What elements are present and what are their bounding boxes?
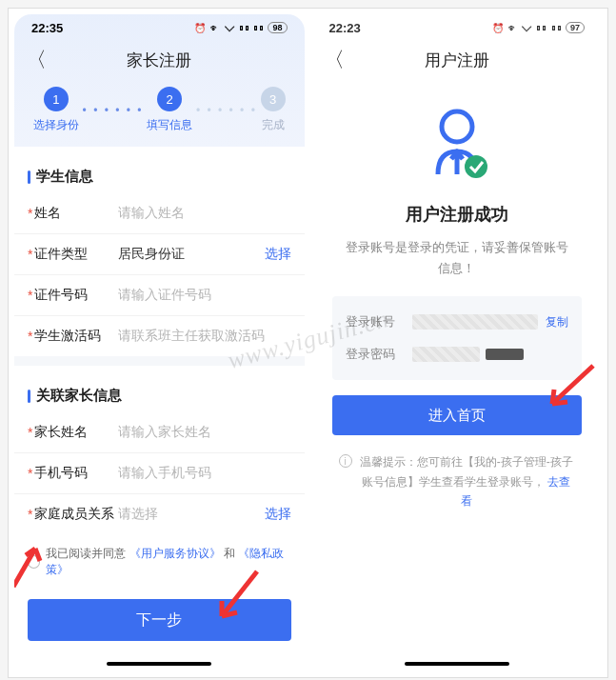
success-title: 用户注册成功: [406, 203, 508, 226]
next-button[interactable]: 下一步: [28, 599, 291, 641]
step-circle: 2: [157, 87, 182, 111]
parent-section: 关联家长信息 * 家长姓名 请输入家长姓名 * 手机号码 请输入手机号码 * 家…: [14, 373, 305, 534]
tip-row: i 温馨提示：您可前往【我的-孩子管理-孩子账号信息】学生查看学生登录账号， 去…: [312, 452, 603, 510]
status-time: 22:35: [31, 21, 63, 35]
agree-mid: 和: [224, 547, 235, 560]
step-label: 完成: [262, 117, 285, 133]
svg-point-0: [442, 111, 472, 142]
step-label: 填写信息: [147, 117, 192, 133]
select-link[interactable]: 选择: [265, 246, 291, 263]
header-area: 22:35 ⏰ ᯤ ⌵ ▯▯ ▯▯ 98 〈 家长注册 1 选择身份 • • •…: [14, 14, 305, 147]
cred-password-value: [412, 347, 480, 362]
screenshots-wrapper: 22:35 ⏰ ᯤ ⌵ ▯▯ ▯▯ 98 〈 家长注册 1 选择身份 • • •…: [8, 8, 608, 678]
field-value: 居民身份证: [118, 246, 264, 263]
copy-button[interactable]: 复制: [546, 314, 568, 330]
section-title: 学生信息: [14, 154, 305, 193]
page-title: 家长注册: [14, 50, 305, 71]
step-2: 2 填写信息: [147, 87, 192, 133]
select-link[interactable]: 选择: [265, 506, 291, 523]
field-idno[interactable]: * 证件号码 请输入证件号码: [14, 275, 305, 316]
nav-bar: 〈 家长注册: [14, 41, 305, 79]
status-bar: 22:23 ⏰ ᯤ ⌵ ▯▯ ▯▯ 97: [312, 14, 603, 41]
tip-text: 温馨提示：您可前往【我的-孩子管理-孩子账号信息】学生查看学生登录账号，: [360, 455, 573, 488]
step-connector: • • • • • •: [196, 104, 257, 117]
step-3: 3 完成: [261, 87, 286, 133]
required-mark: *: [28, 206, 32, 221]
field-phone[interactable]: * 手机号码 请输入手机号码: [14, 453, 305, 494]
home-indicator: [405, 662, 509, 666]
step-circle: 3: [261, 87, 286, 111]
info-icon: i: [339, 454, 352, 468]
cred-password-row: 登录密码: [332, 338, 582, 370]
required-mark: *: [28, 288, 32, 303]
field-idtype[interactable]: * 证件类型 居民身份证 选择: [14, 234, 305, 275]
step-circle: 1: [44, 87, 69, 111]
field-placeholder: 请输入家长姓名: [118, 424, 290, 441]
success-avatar-icon: [423, 106, 491, 186]
agreement-row[interactable]: 我已阅读并同意 《用户服务协议》 和 《隐私政策》: [14, 534, 305, 590]
field-placeholder: 请输入证件号码: [118, 287, 290, 304]
field-placeholder: 请选择: [118, 506, 264, 523]
field-name[interactable]: * 姓名 请输入姓名: [14, 193, 305, 234]
field-parent-name[interactable]: * 家长姓名 请输入家长姓名: [14, 412, 305, 453]
field-placeholder: 请输入手机号码: [118, 465, 290, 482]
status-right: ⏰ ᯤ ⌵ ▯▯ ▯▯ 98: [194, 22, 287, 33]
required-mark: *: [28, 247, 32, 262]
success-body: 用户注册成功 登录账号是登录的凭证，请妥善保管账号信息！ 登录账号 复制 登录密…: [312, 79, 603, 671]
status-icons: ⏰ ᯤ ⌵ ▯▯ ▯▯: [492, 23, 563, 33]
field-label: 证件号码: [34, 287, 118, 304]
status-right: ⏰ ᯤ ⌵ ▯▯ ▯▯ 97: [492, 22, 585, 33]
field-label: 家庭成员关系: [34, 506, 118, 523]
field-relation[interactable]: * 家庭成员关系 请选择 选择: [14, 494, 305, 534]
cred-account-value: [412, 314, 538, 330]
field-placeholder: 请输入姓名: [118, 205, 290, 222]
field-label: 姓名: [34, 205, 118, 222]
required-mark: *: [28, 466, 32, 481]
home-indicator: [107, 662, 211, 666]
field-label: 手机号码: [34, 465, 118, 482]
success-subtitle: 登录账号是登录的凭证，请妥善保管账号信息！: [312, 237, 603, 279]
cred-password-mask: [486, 349, 524, 360]
tos-link[interactable]: 《用户服务协议》: [129, 547, 221, 560]
required-mark: *: [28, 425, 32, 440]
field-label: 家长姓名: [34, 424, 118, 441]
enter-home-button[interactable]: 进入首页: [332, 395, 582, 435]
agree-prefix: 我已阅读并同意: [46, 547, 126, 560]
status-bar: 22:35 ⏰ ᯤ ⌵ ▯▯ ▯▯ 98: [14, 14, 305, 41]
nav-bar: 〈 用户注册: [312, 41, 603, 79]
cred-label: 登录密码: [346, 346, 412, 363]
agree-checkbox[interactable]: [28, 555, 40, 569]
field-label: 学生激活码: [34, 328, 118, 345]
student-section: 学生信息 * 姓名 请输入姓名 * 证件类型 居民身份证 选择 * 证件号码 请…: [14, 154, 305, 356]
status-time: 22:23: [329, 21, 361, 35]
svg-point-1: [465, 155, 487, 178]
status-icons: ⏰ ᯤ ⌵ ▯▯ ▯▯: [194, 23, 265, 33]
step-1: 1 选择身份: [33, 87, 79, 133]
field-label: 证件类型: [34, 246, 118, 263]
page-title: 用户注册: [312, 50, 603, 71]
required-mark: *: [28, 329, 32, 344]
step-connector: • • • • • •: [83, 104, 144, 117]
stepper: 1 选择身份 • • • • • • 2 填写信息 • • • • • • 3 …: [14, 79, 305, 133]
section-title: 关联家长信息: [14, 373, 305, 412]
step-label: 选择身份: [33, 117, 79, 133]
battery-indicator: 97: [566, 22, 585, 33]
battery-indicator: 98: [268, 22, 287, 33]
required-mark: *: [28, 507, 32, 522]
phone-right: 22:23 ⏰ ᯤ ⌵ ▯▯ ▯▯ 97 〈 用户注册 用户注册成功 登录账: [312, 14, 603, 671]
